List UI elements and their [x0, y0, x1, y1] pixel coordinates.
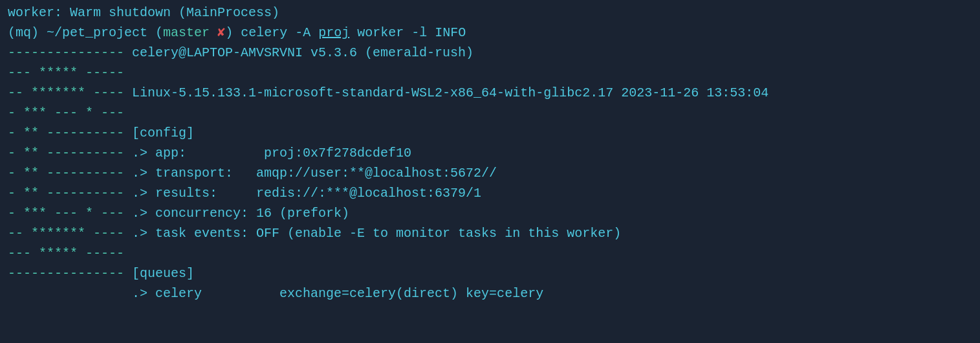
line-prompt: (mq) ~/pet_project (master ✘) celery -A … — [8, 23, 972, 43]
line-art9: - *** --- * --- .> concurrency: 16 (pref… — [8, 203, 972, 223]
line-art12: --------------- [queues] — [8, 263, 972, 283]
line-art8: - ** ---------- .> results: redis://:***… — [8, 183, 972, 203]
line-art7: - ** ---------- .> transport: amqp://use… — [8, 163, 972, 183]
line-art3: -- ******* ---- Linux-5.15.133.1-microso… — [8, 83, 972, 103]
line-worker-shutdown: worker: Warm shutdown (MainProcess) — [8, 3, 972, 23]
line-art6: - ** ---------- .> app: proj:0x7f278dcde… — [8, 143, 972, 163]
terminal-window: worker: Warm shutdown (MainProcess)(mq) … — [0, 0, 980, 343]
line-art4: - *** --- * --- — [8, 103, 972, 123]
line-art10: -- ******* ---- .> task events: OFF (ena… — [8, 223, 972, 243]
line-art2: --- ***** ----- — [8, 63, 972, 83]
line-art5: - ** ---------- [config] — [8, 123, 972, 143]
line-queues: .> celery exchange=celery(direct) key=ce… — [8, 283, 972, 304]
line-art11: --- ***** ----- — [8, 243, 972, 263]
line-art1: --------------- celery@LAPTOP-AMVSRVNI v… — [8, 43, 972, 63]
